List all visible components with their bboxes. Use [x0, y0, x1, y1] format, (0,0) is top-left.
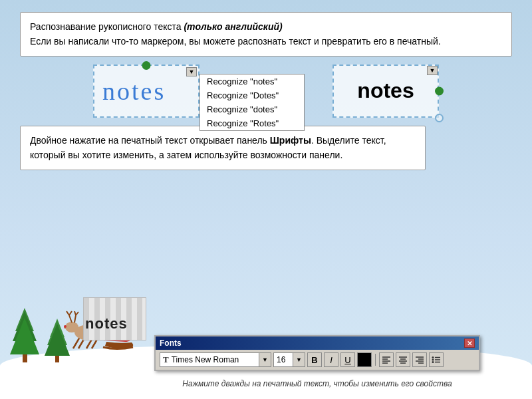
dropdown-arrow-btn[interactable]: ▼ [186, 67, 197, 76]
svg-point-36 [432, 359, 434, 361]
main-content-area: Распознавание рукописного текста (только… [7, 7, 525, 346]
font-size-dropdown-arrow[interactable]: ▼ [293, 352, 305, 367]
svg-point-35 [432, 356, 434, 358]
dropdown-menu: Recognize "notes" Recognize "Dotes" Reco… [200, 74, 305, 131]
font-size-display: 16 ▼ [273, 352, 305, 367]
dropdown-item-2[interactable]: Recognize "Dotes" [200, 88, 304, 102]
info-text-italic: (только английский) [184, 21, 282, 32]
svg-point-37 [432, 361, 434, 363]
recognized-dropdown-btn[interactable]: ▼ [427, 66, 438, 75]
recognized-text: notes [357, 78, 414, 103]
green-dot-top [142, 61, 151, 70]
color-btn[interactable] [357, 352, 372, 367]
align-left-btn[interactable] [379, 352, 394, 367]
status-text: Нажмите дважды на печатный текст, чтобы … [154, 379, 480, 388]
list-icon [432, 356, 441, 364]
recognized-container: ▼ notes [332, 65, 439, 118]
align-right-icon [415, 356, 424, 364]
align-center-icon [398, 356, 408, 364]
handwritten-box: ▼ notes [93, 65, 200, 118]
font-name-display: T Times New Roman ▼ [160, 352, 271, 367]
info-text-line1: Распознавание рукописного текста [30, 21, 184, 32]
bold-btn[interactable]: B [307, 352, 322, 367]
fonts-toolbar: T Times New Roman ▼ 16 ▼ B I U [156, 350, 479, 370]
dropdown-item-1[interactable]: Recognize "notes" [200, 74, 304, 88]
italic-btn[interactable]: I [324, 352, 338, 367]
fonts-titlebar: Fonts ✕ [156, 336, 479, 350]
green-dot-right [435, 86, 444, 95]
dropdown-item-3[interactable]: Recognize "dotes" [200, 102, 304, 116]
font-type-icon: T [163, 354, 169, 365]
align-right-btn[interactable] [412, 352, 427, 367]
font-size-value: 16 [277, 355, 285, 364]
info2-text-bold: Шрифты [270, 135, 311, 146]
info-box-top: Распознавание рукописного текста (только… [20, 12, 512, 57]
font-name-dropdown-arrow[interactable]: ▼ [259, 352, 271, 367]
info2-text-part1: Двойное нажатие на печатный текст открыв… [30, 135, 270, 146]
handwritten-container: ▼ notes Recognize "notes" Recognize "Dot… [93, 65, 200, 118]
fonts-panel: Fonts ✕ T Times New Roman ▼ 16 ▼ B I U [154, 335, 480, 371]
fonts-title: Fonts [160, 338, 182, 348]
handwritten-text: notes [102, 76, 166, 106]
circle-bottom-right [435, 114, 444, 122]
font-name-label: Times New Roman [172, 355, 239, 364]
list-btn[interactable] [429, 352, 444, 367]
info-box-2: Двойное нажатие на печатный текст открыв… [20, 126, 426, 170]
align-left-icon [382, 356, 391, 364]
font-size-box[interactable]: 16 [273, 352, 293, 367]
underline-btn[interactable]: U [340, 352, 355, 367]
recognized-box: notes [332, 65, 439, 118]
fonts-close-btn[interactable]: ✕ [464, 338, 475, 348]
separator-1 [375, 354, 376, 366]
info-text-line2: Если вы написали что-то маркером, вы мож… [30, 36, 441, 47]
demo-area: ▼ notes Recognize "notes" Recognize "Dot… [20, 65, 512, 118]
font-selector-box[interactable]: T Times New Roman [160, 352, 259, 367]
dropdown-item-4[interactable]: Recognize "Rotes" [200, 116, 304, 130]
align-center-btn[interactable] [396, 352, 410, 367]
